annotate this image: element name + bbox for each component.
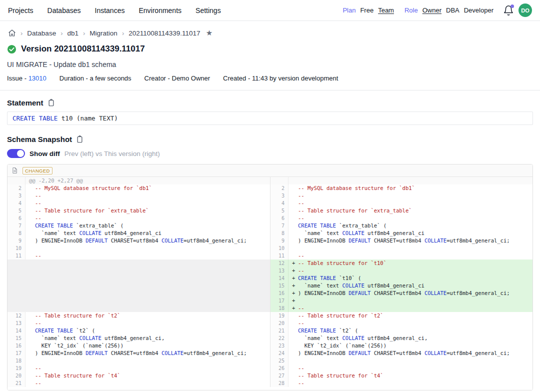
diff-filler-row: [8, 290, 270, 297]
line-number: 20: [8, 372, 26, 380]
copy-statement-button[interactable]: [48, 99, 55, 106]
copy-snapshot-button[interactable]: [76, 136, 84, 143]
line-number: 4: [270, 200, 288, 207]
diff-row: 8 `name` text COLLATE utf8mb4_general_ci: [8, 230, 270, 237]
line-number: 11: [8, 252, 26, 260]
line-number: 27: [270, 372, 288, 380]
diff-row: 14+CREATE TABLE `t10` (: [270, 274, 532, 282]
diff-row: 7CREATE TABLE `extra_table` (: [8, 222, 270, 230]
breadcrumb-item-database[interactable]: Database: [27, 30, 56, 37]
snapshot-heading: Schema Snapshot: [7, 135, 72, 144]
statement-code: CREATE TABLE t10 (name TEXT): [7, 112, 533, 125]
line-number: 6: [8, 214, 26, 222]
diff-row: 17) ENGINE=InnoDB DEFAULT CHARSET=utf8mb…: [8, 350, 270, 357]
notification-bell-button[interactable]: [503, 5, 514, 16]
line-number: [8, 282, 26, 290]
line-number: 26: [270, 364, 288, 372]
line-number: [8, 177, 26, 184]
migration-subtitle: UI MIGRATE - Update db1 schema: [7, 60, 532, 68]
diff-row: 7CREATE TABLE `extra_table` (: [270, 222, 532, 230]
divider: [0, 90, 540, 90]
line-number: 7: [8, 222, 26, 230]
diff-row: 21CREATE TABLE `t2` (: [270, 327, 532, 334]
meta-label: Duration -: [60, 74, 90, 82]
meta-value[interactable]: 13010: [28, 74, 46, 82]
clipboard-icon: [76, 136, 84, 143]
role-developer-link[interactable]: Developer: [464, 6, 494, 14]
line-number: [8, 260, 26, 267]
line-number: 12: [270, 260, 288, 267]
diff-row: 15+ `name` text COLLATE utf8mb4_general_…: [270, 282, 532, 290]
line-number: 17: [8, 350, 26, 357]
clipboard-icon: [48, 99, 55, 106]
diff-hunk-row: [270, 177, 532, 184]
line-number: 6: [270, 214, 288, 222]
statement-heading: Statement: [7, 98, 44, 107]
diff-row: 3--: [270, 192, 532, 200]
diff-row: 10: [270, 244, 532, 252]
line-number: 23: [270, 342, 288, 350]
line-number: 10: [270, 244, 288, 252]
main-nav: ProjectsDatabasesInstancesEnvironmentsSe…: [8, 6, 221, 14]
meta-value: 11:43 by version development: [252, 74, 338, 82]
line-number: 2: [270, 184, 288, 192]
diff-row: 26--: [270, 364, 532, 372]
nav-item-projects[interactable]: Projects: [8, 6, 34, 14]
toggle-knob: [17, 150, 24, 157]
chevron-right-icon: ›: [20, 30, 22, 37]
line-number: [270, 177, 288, 184]
diff-body: @@ -2,20 +2,27 @@2-- MySQL database stru…: [8, 177, 532, 387]
line-number: 14: [270, 274, 288, 282]
nav-item-instances[interactable]: Instances: [95, 6, 125, 14]
line-number: 22: [270, 334, 288, 342]
title-row: Version 20211008114339.11017: [7, 44, 532, 54]
line-number: [8, 304, 26, 312]
diff-row: 5-- Table structure for `extra_table`: [270, 207, 532, 214]
breadcrumb-item-db1[interactable]: db1: [67, 30, 78, 37]
diff-row: 18+--: [270, 304, 532, 312]
plan-value: Free: [360, 6, 374, 14]
diff-header: CHANGED: [8, 164, 532, 177]
diff-row: 6--: [8, 214, 270, 222]
line-number: [8, 297, 26, 304]
star-favorite-button[interactable]: ★: [206, 28, 212, 38]
line-number: [8, 290, 26, 297]
home-icon[interactable]: [8, 29, 16, 37]
line-number: 16: [8, 342, 26, 350]
diff-row: 2-- MySQL database structure for `db1`: [270, 184, 532, 192]
role-dba-link[interactable]: DBA: [446, 6, 460, 14]
breadcrumb-item-migration[interactable]: Migration: [90, 30, 118, 37]
diff-row: 9) ENGINE=InnoDB DEFAULT CHARSET=utf8mb4…: [270, 237, 532, 244]
line-number: 8: [8, 230, 26, 237]
diff-row: 11--: [8, 252, 270, 260]
snapshot-section-heading: Schema Snapshot: [7, 135, 532, 144]
line-number: 24: [270, 350, 288, 357]
show-diff-toggle[interactable]: [7, 149, 25, 158]
nav-item-environments[interactable]: Environments: [138, 6, 182, 14]
plan-label: Plan: [342, 6, 356, 14]
breadcrumb-item-20211008114339-11017[interactable]: 20211008114339.11017: [128, 30, 200, 37]
line-number: 4: [8, 200, 26, 207]
diff-row: 24) ENGINE=InnoDB DEFAULT CHARSET=utf8mb…: [270, 350, 532, 357]
diff-pane-current: 2-- MySQL database structure for `db1`3-…: [270, 177, 532, 387]
diff-pane-previous: @@ -2,20 +2,27 @@2-- MySQL database stru…: [8, 177, 270, 387]
meta-label: Issue -: [7, 74, 28, 82]
diff-row: 4--: [270, 200, 532, 207]
line-number: 5: [8, 207, 26, 214]
notification-dot: [510, 4, 514, 8]
plan-upgrade-link[interactable]: Team: [378, 6, 394, 14]
meta-creator: Creator - Demo Owner: [144, 74, 210, 82]
nav-item-databases[interactable]: Databases: [48, 6, 81, 14]
line-number: 17: [270, 297, 288, 304]
nav-item-settings[interactable]: Settings: [196, 6, 221, 14]
role-owner-link[interactable]: Owner: [422, 6, 442, 14]
diff-row: 27-- Table structure for `t4`: [270, 372, 532, 380]
line-number: 16: [270, 290, 288, 297]
meta-duration: Duration - a few seconds: [60, 74, 132, 82]
top-bar: ProjectsDatabasesInstancesEnvironmentsSe…: [0, 0, 540, 21]
line-number: 9: [270, 237, 288, 244]
diff-row: 5-- Table structure for `extra_table`: [8, 207, 270, 214]
diff-row: 11--: [270, 252, 532, 260]
line-number: 13: [8, 320, 26, 327]
avatar[interactable]: DO: [518, 4, 532, 17]
